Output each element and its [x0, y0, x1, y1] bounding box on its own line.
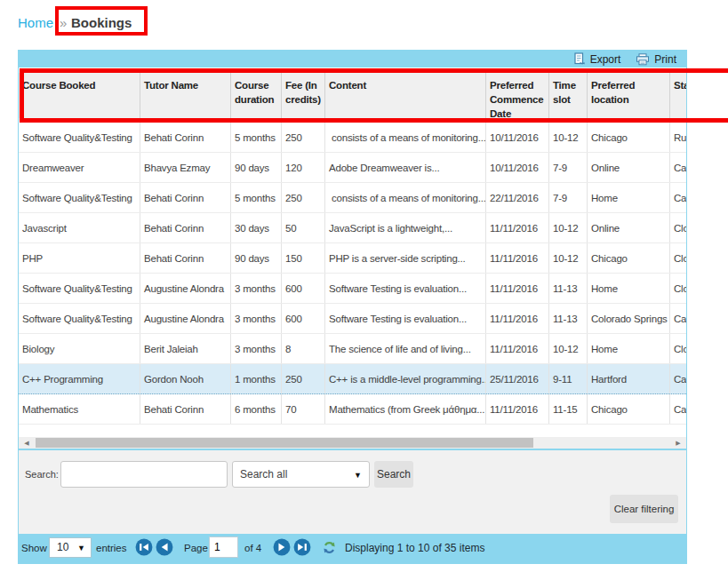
cell-commence_date: 10/11/2016: [485, 123, 548, 152]
table-row[interactable]: PHPBehati Corinn90 days150PHP is a serve…: [19, 243, 686, 274]
cell-content: Adobe Dreamweaver is...: [324, 153, 485, 182]
pagination-footer: Show 10 ▼ entries Page of 4: [19, 534, 686, 563]
cell-course: Javascript: [19, 213, 140, 242]
table-body: Software Quality&TestingBehati Corinn5 m…: [19, 123, 686, 425]
cell-tutor: Behati Corinn: [140, 183, 230, 212]
table-row[interactable]: Software Quality&TestingAugustine Alondr…: [19, 304, 686, 334]
column-header-tutor[interactable]: Tutor Name: [140, 73, 230, 118]
export-icon: [572, 52, 586, 66]
column-header-commence_date[interactable]: Preferred Commence Date: [485, 73, 548, 118]
cell-time_slot: 7-9: [548, 153, 587, 182]
table-row[interactable]: JavascriptBehati Corinn30 days50JavaScri…: [19, 213, 686, 243]
cell-content: consists of a means of monitoring...: [324, 123, 485, 152]
cell-commence_date: 11/11/2016: [485, 304, 548, 333]
cell-commence_date: 10/11/2016: [485, 153, 548, 182]
cell-time_slot: 7-9: [548, 183, 587, 212]
export-button[interactable]: Export: [572, 52, 621, 66]
next-page-button[interactable]: [273, 538, 291, 556]
cell-duration: 3 months: [230, 334, 281, 363]
cell-fee: 8: [281, 334, 324, 363]
column-header-location[interactable]: Preferred location: [587, 73, 669, 118]
page-count-label: of 4: [244, 534, 261, 563]
cell-content: Software Testing is evaluation...: [324, 304, 485, 333]
cell-location: Online: [587, 153, 669, 182]
table-row[interactable]: MathematicsBehati Corinn6 months70Mathem…: [19, 394, 686, 425]
cell-status: Cancelled: [669, 394, 686, 424]
print-icon: [636, 53, 650, 66]
cell-fee: 70: [281, 394, 324, 424]
search-input[interactable]: [60, 461, 228, 488]
cell-time_slot: 9-11: [548, 364, 587, 393]
cell-tutor: Augustine Alondra: [140, 304, 230, 333]
column-header-content[interactable]: Content: [324, 73, 485, 118]
entries-label: entries: [96, 534, 127, 563]
cell-tutor: Berit Jaleiah: [140, 334, 230, 363]
search-button[interactable]: Search: [374, 461, 413, 488]
cell-location: Chicago: [587, 394, 669, 424]
cell-fee: 150: [281, 243, 324, 273]
column-header-course[interactable]: Course Booked: [19, 73, 140, 118]
table-row[interactable]: Software Quality&TestingBehati Corinn5 m…: [19, 123, 686, 153]
cell-fee: 120: [281, 153, 324, 182]
cell-duration: 90 days: [230, 153, 281, 182]
cell-location: Hartford: [587, 364, 669, 393]
cell-content: Software Testing is evaluation...: [324, 274, 485, 303]
cell-tutor: Augustine Alondra: [140, 274, 230, 303]
table-row[interactable]: DreamweaverBhavya Ezmay90 days120Adobe D…: [19, 153, 686, 183]
scrollbar-thumb[interactable]: [36, 438, 533, 448]
cell-commence_date: 11/11/2016: [485, 274, 548, 303]
column-header-status[interactable]: Status: [669, 73, 686, 118]
cell-course: Software Quality&Testing: [19, 183, 140, 212]
cell-course: Software Quality&Testing: [19, 304, 140, 333]
cell-commence_date: 11/11/2016: [485, 334, 548, 363]
cell-course: C++ Programming: [19, 364, 140, 393]
print-button[interactable]: Print: [636, 53, 676, 66]
first-page-button[interactable]: [135, 538, 153, 556]
table-row[interactable]: BiologyBerit Jaleiah3 months8The science…: [19, 334, 686, 364]
last-page-button[interactable]: [293, 538, 311, 556]
show-label: Show: [21, 534, 47, 563]
breadcrumb-separator: »: [60, 15, 67, 30]
cell-content: The science of life and of living...: [324, 334, 485, 363]
cell-location: Colorado Springs: [587, 304, 669, 333]
table-row[interactable]: Software Quality&TestingBehati Corinn5 m…: [19, 183, 686, 213]
previous-page-button[interactable]: [156, 538, 173, 556]
cell-duration: 3 months: [230, 274, 281, 303]
cell-status: Closed: [669, 213, 686, 242]
cell-fee: 50: [281, 213, 324, 242]
breadcrumb-current: Bookings: [71, 15, 132, 30]
cell-fee: 250: [281, 183, 324, 212]
cell-course: Software Quality&Testing: [19, 274, 140, 303]
cell-time_slot: 10-12: [548, 213, 587, 242]
cell-duration: 1 months: [230, 364, 281, 393]
cell-duration: 3 months: [230, 304, 281, 333]
table-row[interactable]: C++ ProgrammingGordon Nooh1 months250C++…: [19, 364, 686, 394]
cell-content: JavaScript is a lightweight,...: [324, 213, 485, 242]
print-label: Print: [654, 53, 676, 66]
cell-commence_date: 11/11/2016: [485, 394, 548, 424]
column-header-time_slot[interactable]: Time slot: [548, 73, 587, 118]
column-header-fee[interactable]: Fee (In credits): [281, 73, 324, 118]
cell-location: Home: [587, 334, 669, 363]
column-header-duration[interactable]: Course duration: [230, 73, 281, 118]
refresh-icon[interactable]: [322, 540, 337, 555]
cell-tutor: Behati Corinn: [140, 394, 230, 424]
scroll-right-arrow-icon[interactable]: ▶: [672, 437, 684, 449]
scroll-left-arrow-icon[interactable]: ◀: [20, 437, 33, 449]
page-label: Page: [184, 534, 208, 563]
search-filter-value: Search all: [240, 468, 287, 481]
clear-filtering-button[interactable]: Clear filtering: [610, 495, 678, 523]
search-label: Search:: [25, 461, 59, 488]
page-number-input[interactable]: [209, 536, 238, 558]
table-row[interactable]: Software Quality&TestingAugustine Alondr…: [19, 274, 686, 304]
cell-location: Home: [587, 183, 669, 212]
horizontal-scrollbar[interactable]: ◀ ▶: [19, 437, 686, 449]
export-label: Export: [590, 53, 621, 66]
search-filter-select[interactable]: Search all ▼: [232, 461, 370, 488]
cell-course: Mathematics: [19, 394, 140, 424]
cell-commence_date: 22/11/2016: [485, 183, 548, 212]
cell-tutor: Behati Corinn: [140, 243, 230, 273]
breadcrumb-home-link[interactable]: Home: [18, 15, 53, 30]
entries-per-page-select[interactable]: 10 ▼: [49, 537, 92, 558]
cell-commence_date: 11/11/2016: [485, 243, 548, 273]
